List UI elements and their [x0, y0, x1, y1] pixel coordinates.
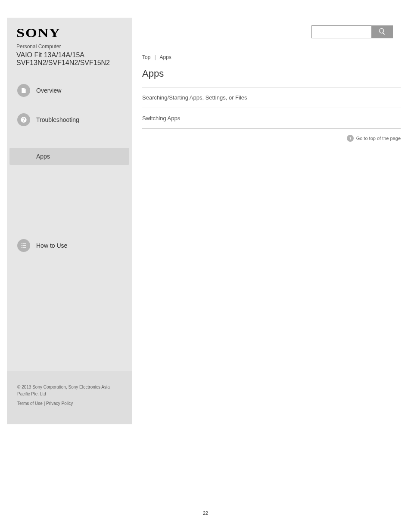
legal-notice: © 2013 Sony Corporation, Sony Electronic…: [7, 371, 132, 424]
question-icon: [17, 113, 30, 126]
breadcrumb: Top | Apps: [142, 54, 401, 60]
page-number: 22: [0, 510, 411, 516]
legal-links[interactable]: Terms of Use | Privacy Policy: [17, 400, 121, 407]
breadcrumb-current: Apps: [160, 54, 171, 60]
content-link-switching[interactable]: Switching Apps: [142, 108, 401, 128]
content-link-searching[interactable]: Searching/Starting Apps, Settings, or Fi…: [142, 87, 401, 108]
search-icon: [378, 28, 386, 37]
sidebar-item-label: Troubleshooting: [36, 116, 79, 123]
breadcrumb-separator: |: [155, 54, 156, 60]
breadcrumb-top[interactable]: Top: [142, 54, 150, 60]
page-title: Apps: [142, 68, 401, 79]
sidebar-item-troubleshooting[interactable]: Troubleshooting: [9, 108, 129, 131]
overview-icon: [17, 84, 30, 97]
arrow-up-icon: [347, 135, 354, 142]
search-input[interactable]: [311, 25, 371, 38]
search-form: [311, 25, 393, 38]
sidebar-item-label: Apps: [36, 153, 50, 160]
sidebar-item-apps[interactable]: Apps: [9, 148, 129, 165]
sidebar-item-label: How to Use: [36, 242, 67, 249]
logo: SONY: [16, 25, 149, 40]
copyright-text: © 2013 Sony Corporation, Sony Electronic…: [17, 384, 121, 398]
model-name: VAIO Fit 13A/14A/15A SVF13N2/SVF14N2/SVF…: [16, 51, 132, 67]
sidebar-item-label: Overview: [36, 87, 61, 94]
divider: [142, 128, 401, 129]
sidebar-item-how-to-use[interactable]: How to Use: [9, 234, 132, 257]
main-content: Top | Apps Apps Searching/Starting Apps,…: [132, 0, 411, 424]
go-to-top-link[interactable]: Go to top of the page: [142, 135, 401, 142]
list-icon: [17, 239, 30, 252]
go-to-top-label: Go to top of the page: [356, 136, 401, 141]
product-name: Personal Computer: [16, 44, 132, 50]
sidebar-item-overview[interactable]: Overview: [9, 79, 129, 102]
search-button[interactable]: [371, 25, 393, 38]
sidebar: SONY Personal Computer VAIO Fit 13A/14A/…: [7, 18, 132, 424]
